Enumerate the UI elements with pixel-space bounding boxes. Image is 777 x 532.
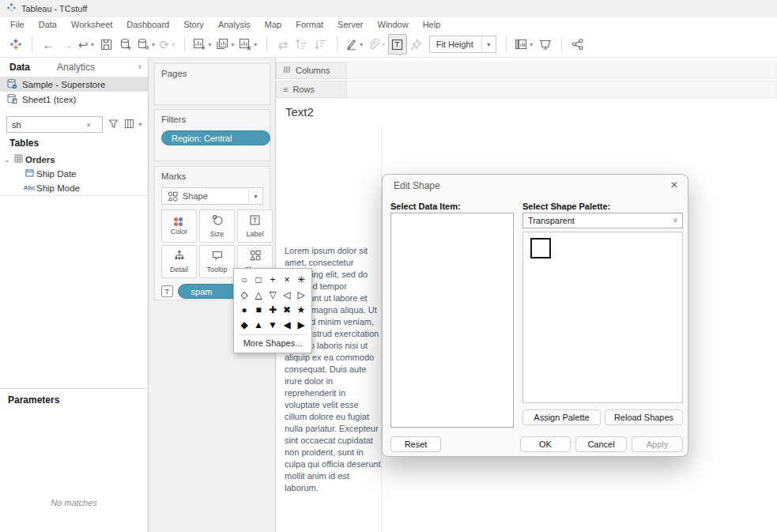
menu-item-window[interactable]: Window xyxy=(371,20,416,29)
close-icon[interactable]: ✕ xyxy=(670,179,678,191)
shape-option-filled-triangle-left[interactable]: ◀ xyxy=(280,317,294,332)
shape-option-filled-diamond[interactable]: ◆ xyxy=(237,317,251,332)
field-item-ship-mode[interactable]: Abc Ship Mode xyxy=(0,181,148,194)
palette-shapes-area[interactable] xyxy=(522,232,683,403)
detail-button[interactable]: Detail xyxy=(161,245,197,278)
add-datasource-button[interactable] xyxy=(116,34,135,55)
datasource-item-sheet1[interactable]: Sheet1 (tcex) xyxy=(0,92,148,107)
columns-shelf[interactable]: Columns xyxy=(276,62,777,79)
reset-button[interactable]: Reset xyxy=(390,436,441,452)
shape-option-square[interactable]: □ xyxy=(251,272,266,287)
menu-item-worksheet[interactable]: Worksheet xyxy=(64,20,119,29)
datasource-item-superstore[interactable]: Sample - Superstore xyxy=(0,77,148,92)
shape-option-asterisk[interactable]: ✳ xyxy=(294,272,308,287)
menu-item-analysis[interactable]: Analysis xyxy=(211,20,258,29)
menu-item-story[interactable]: Story xyxy=(176,20,211,29)
shape-option-filled-triangle-right[interactable]: ▶ xyxy=(294,317,308,332)
show-mark-labels-button[interactable] xyxy=(388,34,407,55)
reload-shapes-button[interactable]: Reload Shapes xyxy=(605,409,683,425)
table-item-orders[interactable]: ⌄ Orders xyxy=(0,153,148,166)
palette-shape-square[interactable] xyxy=(530,238,551,258)
show-cards-button[interactable]: ▼ xyxy=(513,34,536,55)
fit-selector-caret[interactable]: ▼ xyxy=(481,36,496,52)
refresh-button[interactable]: ⟳▼ xyxy=(157,34,178,55)
search-box[interactable]: × xyxy=(6,116,103,133)
fix-axes-button[interactable] xyxy=(407,34,426,55)
shape-option-star[interactable]: ★ xyxy=(294,302,308,317)
view-options-caret[interactable]: ▼ xyxy=(138,122,143,127)
swap-rows-columns-button[interactable]: ⇄ xyxy=(273,34,292,55)
field-item-ship-date[interactable]: Ship Date xyxy=(0,167,148,180)
shape-option-plus[interactable]: + xyxy=(266,272,280,287)
group-members-button[interactable]: ▼ xyxy=(366,34,388,55)
tooltip-button[interactable]: Tooltip xyxy=(199,245,235,278)
shape-option-x[interactable]: × xyxy=(280,272,294,287)
rows-shelf[interactable]: ≡ Rows xyxy=(276,81,777,98)
menu-item-server[interactable]: Server xyxy=(330,20,370,29)
highlight-button[interactable]: ▼ xyxy=(344,34,366,55)
mark-type-caret[interactable]: ▼ xyxy=(248,188,262,204)
rows-icon: ≡ xyxy=(283,85,288,94)
shape-option-filled-square[interactable]: ■ xyxy=(251,302,266,317)
shape-option-filled-plus[interactable]: ✚ xyxy=(266,302,280,317)
sort-ascending-button[interactable] xyxy=(292,34,311,55)
size-button[interactable]: Size xyxy=(199,209,235,243)
menu-item-map[interactable]: Map xyxy=(258,20,289,29)
shape-palette-dropdown[interactable]: Transparent ˅ xyxy=(522,213,683,228)
back-button[interactable]: ← xyxy=(39,34,58,55)
table-label: Orders xyxy=(25,155,55,164)
cancel-button[interactable]: Cancel xyxy=(575,436,627,452)
shape-option-filled-triangle-up[interactable]: ▲ xyxy=(251,317,266,332)
more-shapes-link[interactable]: More Shapes... xyxy=(234,335,311,353)
view-options-icon[interactable] xyxy=(124,118,134,132)
shape-option-filled-x[interactable]: ✖ xyxy=(280,302,294,317)
color-button[interactable]: Color xyxy=(161,209,197,243)
filter-pill-region-central[interactable]: Region: Central xyxy=(161,130,270,145)
sheet-title[interactable]: Text2 xyxy=(285,105,314,119)
shape-option-triangle-up[interactable]: △ xyxy=(251,287,266,302)
shape-option-filled-triangle-down[interactable]: ▼ xyxy=(266,317,280,332)
data-item-listbox[interactable] xyxy=(390,213,514,428)
shape-option-triangle-right[interactable]: ▷ xyxy=(294,287,308,302)
ok-button[interactable]: OK xyxy=(520,436,571,452)
rows-shelf-drop-area[interactable] xyxy=(347,81,777,98)
filter-fields-icon[interactable] xyxy=(108,118,119,132)
label-button[interactable]: Label xyxy=(237,209,273,243)
mark-type-dropdown[interactable]: Shape ▼ xyxy=(161,187,263,205)
menu-item-dashboard[interactable]: Dashboard xyxy=(119,20,176,29)
fit-selector[interactable]: Fit Height ▼ xyxy=(429,36,496,53)
forward-button[interactable]: → xyxy=(58,34,77,55)
clear-search-icon[interactable]: × xyxy=(86,120,95,130)
menu-item-format[interactable]: Format xyxy=(289,20,330,29)
tab-analytics[interactable]: Analytics xyxy=(57,62,95,73)
shape-option-triangle-down[interactable]: ▽ xyxy=(266,287,280,302)
pages-card[interactable]: Pages xyxy=(154,63,270,105)
sort-descending-button[interactable] xyxy=(311,34,330,55)
assign-palette-button[interactable]: Assign Palette xyxy=(522,409,601,425)
shape-option-triangle-left[interactable]: ◁ xyxy=(280,287,294,302)
presentation-mode-button[interactable] xyxy=(536,34,555,55)
duplicate-sheet-button[interactable]: ▼ xyxy=(214,34,237,55)
new-worksheet-button[interactable]: ▼ xyxy=(191,34,214,55)
menu-item-file[interactable]: File xyxy=(3,20,32,29)
search-input[interactable] xyxy=(7,120,86,130)
tableau-logo-icon[interactable] xyxy=(6,34,25,55)
collapse-pane-icon[interactable]: ‹ xyxy=(138,61,141,72)
menu-item-data[interactable]: Data xyxy=(32,20,64,29)
undo-redo-button[interactable]: ↪▼ xyxy=(77,34,97,55)
field-label: Ship Date xyxy=(36,169,77,179)
shape-option-circle[interactable]: ○ xyxy=(237,272,251,287)
shape-option-filled-circle[interactable]: ● xyxy=(237,302,251,317)
menu-item-help[interactable]: Help xyxy=(416,20,448,29)
clear-sheet-button[interactable]: ▼ xyxy=(237,34,260,55)
shape-option-diamond[interactable]: ◇ xyxy=(237,287,251,302)
filters-card[interactable]: Filters Region: Central xyxy=(154,109,270,161)
columns-shelf-drop-area[interactable] xyxy=(347,62,777,79)
save-button[interactable] xyxy=(97,34,116,55)
tab-data[interactable]: Data xyxy=(0,62,57,73)
detail-icon xyxy=(174,250,185,264)
expand-collapse-icon[interactable]: ⌄ xyxy=(0,156,11,164)
apply-button[interactable]: Apply xyxy=(632,436,683,452)
datasource-options-button[interactable]: ▼ xyxy=(135,34,158,55)
share-button[interactable] xyxy=(568,34,587,55)
